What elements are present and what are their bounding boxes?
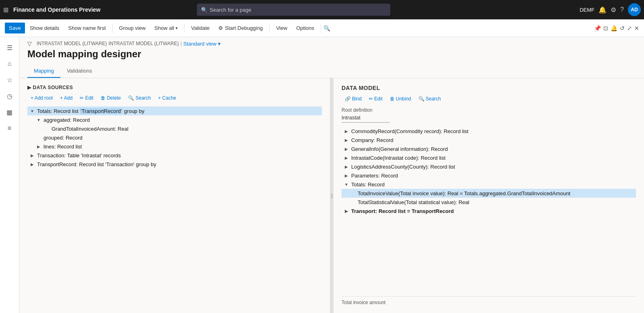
- tree-item-lines[interactable]: ▶ lines: Record list: [27, 142, 322, 151]
- toggle-aggregated[interactable]: ▼: [35, 117, 42, 123]
- dm-tree-generalinfo[interactable]: ▶ GeneralInfo(General information): Reco…: [342, 144, 636, 153]
- divider-2: [184, 23, 184, 33]
- designer-area: ▶ DATA SOURCES + Add root + Add ✏ Edit 🗑…: [19, 78, 644, 313]
- save-button[interactable]: Save: [5, 23, 25, 33]
- show-details-button[interactable]: Show details: [26, 23, 64, 33]
- toggle-transport[interactable]: ▶: [343, 208, 350, 214]
- global-search-bar[interactable]: 🔍 Search for a page: [197, 4, 390, 16]
- data-model-tree: ▶ CommodityRecord(Commodity record): Rec…: [342, 127, 636, 215]
- standard-view-dropdown[interactable]: Standard view ▾: [183, 41, 221, 47]
- settings-icon[interactable]: ⚙: [611, 6, 616, 14]
- sidebar-modules-icon[interactable]: ≡: [2, 121, 17, 136]
- sidebar-home-icon[interactable]: ⌂: [2, 56, 17, 71]
- filter-icon[interactable]: ▽: [27, 40, 32, 47]
- toggle-totals[interactable]: ▼: [29, 108, 35, 114]
- sidebar-workspaces-icon[interactable]: ▦: [2, 105, 17, 119]
- cache-button[interactable]: + Cache: [155, 94, 179, 102]
- panel-resizer[interactable]: ║: [330, 78, 333, 313]
- unbind-button[interactable]: 🗑 Unbind: [387, 94, 414, 103]
- sidebar-menu-icon[interactable]: ☰: [2, 40, 17, 55]
- toggle-logistics[interactable]: ▶: [343, 163, 350, 170]
- add-button[interactable]: + Add: [57, 94, 76, 102]
- data-sources-panel: ▶ DATA SOURCES + Add root + Add ✏ Edit 🗑…: [19, 78, 330, 313]
- bell-icon[interactable]: 🔔: [598, 6, 607, 14]
- dm-tree-parameters[interactable]: ▶ Parameters: Record: [342, 171, 636, 180]
- breadcrumb-part1: INTRASTAT MODEL (LITWARE): [37, 41, 107, 46]
- tree-item-transport-record[interactable]: ▶ TransportRecord: Record list 'Transact…: [27, 160, 322, 169]
- search-action-icon[interactable]: 🔍: [323, 25, 330, 31]
- debug-icon: ⚙: [218, 25, 223, 31]
- dm-search-button[interactable]: 🔍 Search: [415, 94, 444, 103]
- tree-item-transaction[interactable]: ▶ Transaction: Table 'Intrastat' records: [27, 151, 322, 160]
- options-button[interactable]: Options: [292, 23, 318, 33]
- show-name-first-button[interactable]: Show name first: [64, 23, 110, 33]
- action-bar: Save Show details Show name first Group …: [0, 19, 644, 37]
- help-icon[interactable]: ?: [620, 6, 624, 13]
- app-title: Finance and Operations Preview: [13, 6, 100, 13]
- tabs: Mapping Validations: [19, 65, 644, 78]
- tab-validations[interactable]: Validations: [60, 65, 99, 78]
- view-button[interactable]: View: [272, 23, 291, 33]
- dm-tree-transport[interactable]: ▶ Transport: Record list = TransportReco…: [342, 207, 636, 215]
- pin-icon[interactable]: 📌: [594, 25, 601, 31]
- validate-button[interactable]: Validate: [187, 23, 213, 33]
- divider-1: [112, 23, 113, 33]
- user-label: DEMF: [580, 7, 594, 13]
- top-nav-right: DEMF 🔔 ⚙ ? AD: [580, 3, 641, 16]
- toggle-lines[interactable]: ▶: [35, 143, 42, 150]
- tab-mapping[interactable]: Mapping: [27, 65, 60, 78]
- dm-tree-commodity[interactable]: ▶ CommodityRecord(Commodity record): Rec…: [342, 127, 636, 136]
- bind-button[interactable]: 🔗 Bind: [342, 94, 365, 103]
- refresh-icon[interactable]: ↺: [620, 25, 625, 31]
- notification-icon[interactable]: 🔔: [611, 25, 617, 31]
- dm-tree-totals-record[interactable]: ▼ Totals: Record: [342, 180, 636, 189]
- search-placeholder: Search for a page: [210, 7, 251, 13]
- grid-icon[interactable]: ⊞: [3, 6, 8, 14]
- breadcrumb-separator: |: [180, 41, 182, 46]
- chevron-down-icon: ▾: [176, 26, 178, 30]
- search-icon: 🔍: [201, 7, 207, 13]
- toggle-intrastatcode[interactable]: ▶: [343, 154, 350, 161]
- sidebar-recent-icon[interactable]: ◷: [2, 89, 17, 103]
- add-root-button[interactable]: + Add root: [27, 94, 56, 102]
- edit-button[interactable]: ✏ Edit: [77, 94, 97, 102]
- expand-icon[interactable]: ⤢: [627, 25, 632, 31]
- dm-tree-logistics[interactable]: ▶ LogisticsAddressCounty(County): Record…: [342, 162, 636, 171]
- search-icon: 🔍: [418, 96, 425, 102]
- toggle-company[interactable]: ▶: [343, 137, 350, 143]
- breadcrumb-part2: INTRASTAT MODEL (LITWARE): [108, 41, 178, 46]
- dm-tree-total-invoice-value[interactable]: TotalInvoiceValue(Total invoice value): …: [342, 189, 636, 198]
- toggle-transaction[interactable]: ▶: [29, 152, 35, 159]
- show-all-button[interactable]: Show all ▾: [150, 23, 182, 33]
- tree-item-aggregated[interactable]: ▼ aggregated: Record: [27, 115, 322, 124]
- dm-tree-company[interactable]: ▶ Company: Record: [342, 136, 636, 144]
- tree-item-totals[interactable]: ▼ Totals: Record list 'TransportRecord' …: [27, 106, 322, 115]
- edit-icon: ✏: [369, 96, 373, 102]
- expand-collapse-icon[interactable]: ▶: [27, 85, 31, 90]
- toggle-totalinvoice: [350, 190, 356, 196]
- main-content: ▽ INTRASTAT MODEL (LITWARE) INTRASTAT MO…: [19, 37, 644, 313]
- start-debugging-button[interactable]: ⚙ Start Debugging: [214, 23, 267, 33]
- toggle-totals-record[interactable]: ▼: [343, 181, 350, 188]
- root-definition-value: Intrastat: [342, 115, 390, 123]
- toggle-generalinfo[interactable]: ▶: [343, 146, 350, 152]
- delete-button[interactable]: 🗑 Delete: [97, 94, 124, 102]
- page-title: Model mapping designer: [19, 47, 644, 65]
- toggle-commodity[interactable]: ▶: [343, 128, 350, 134]
- tree-item-grouped[interactable]: grouped: Record: [27, 133, 322, 142]
- toggle-grouped: [35, 134, 42, 141]
- dm-tree-total-statistical[interactable]: TotalStatisticalValue(Total statistical …: [342, 198, 636, 207]
- toggle-transport-record[interactable]: ▶: [29, 161, 35, 167]
- search-ds-button[interactable]: 🔍 Search: [125, 94, 154, 102]
- group-view-button[interactable]: Group view: [115, 23, 150, 33]
- sidebar-favorites-icon[interactable]: ☆: [2, 73, 17, 87]
- dm-edit-button[interactable]: ✏ Edit: [366, 94, 386, 103]
- avatar[interactable]: AD: [628, 3, 641, 16]
- tree-item-grandtotal[interactable]: GrandTotalInvoicedAmount: Real: [27, 124, 322, 133]
- close-icon[interactable]: ✕: [634, 25, 639, 31]
- panel-icon[interactable]: ⊡: [603, 25, 608, 31]
- toggle-parameters[interactable]: ▶: [343, 172, 350, 179]
- bottom-area: Total invoice amount: [342, 215, 636, 305]
- link-icon: 🔗: [345, 96, 351, 102]
- dm-tree-intrastatcode[interactable]: ▶ IntrastatCode(Intrastat code): Record …: [342, 153, 636, 162]
